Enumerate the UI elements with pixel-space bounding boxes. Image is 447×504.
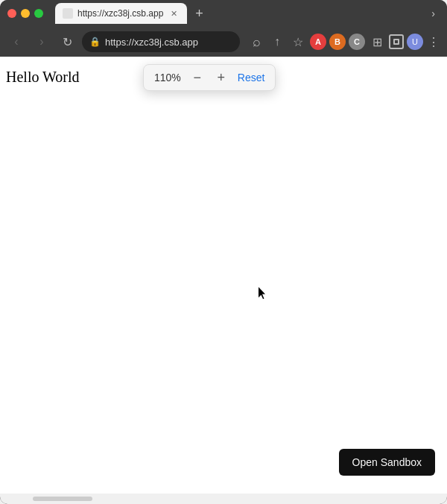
title-bar: https://xzc38j.csb.app ✕ + › [0, 0, 447, 27]
lock-icon: 🔒 [89, 37, 101, 47]
extension3-icon[interactable]: C [349, 34, 365, 50]
tab-title: https://xzc38j.csb.app [77, 8, 163, 19]
tab-bar: https://xzc38j.csb.app ✕ + › [55, 3, 440, 24]
back-button[interactable]: ‹ [6, 31, 27, 52]
horizontal-scrollbar[interactable] [33, 497, 92, 501]
active-tab[interactable]: https://xzc38j.csb.app ✕ [55, 3, 187, 24]
window-controls [7, 9, 43, 18]
puzzle-icon[interactable]: ⊞ [368, 33, 386, 51]
scrollbar-area [0, 494, 447, 504]
zoom-increase-button[interactable]: + [214, 70, 229, 86]
tab-chevron-button[interactable]: › [427, 7, 440, 19]
maximize-button[interactable] [34, 9, 43, 18]
tab-close-button[interactable]: ✕ [168, 7, 180, 19]
reload-button[interactable]: ↻ [57, 31, 77, 52]
share-icon[interactable]: ↑ [268, 33, 286, 51]
menu-button[interactable]: ⋮ [426, 35, 441, 49]
cast-icon[interactable] [389, 34, 404, 49]
close-button[interactable] [7, 9, 16, 18]
webpage-content: Hello World 110% − + Reset Open Sandbox [0, 57, 447, 494]
profile-icon[interactable]: U [407, 34, 423, 50]
zoom-percent-display: 110% [154, 72, 181, 84]
extension1-icon[interactable]: A [310, 34, 326, 50]
address-bar: ‹ › ↻ 🔒 https://xzc38j.csb.app ⌕ ↑ ☆ A B… [0, 27, 447, 57]
extension2-icon[interactable]: B [329, 34, 346, 50]
search-icon[interactable]: ⌕ [247, 33, 265, 51]
address-bar-input[interactable]: 🔒 https://xzc38j.csb.app [82, 31, 240, 52]
toolbar-icons: ⌕ ↑ ☆ A B C ⊞ U ⋮ [247, 33, 441, 51]
zoom-reset-button[interactable]: Reset [238, 72, 265, 84]
tab-extras: › [427, 7, 440, 19]
zoom-popup: 110% − + Reset [143, 64, 276, 91]
bookmark-icon[interactable]: ☆ [289, 33, 307, 51]
new-tab-button[interactable]: + [190, 4, 208, 22]
open-sandbox-button[interactable]: Open Sandbox [339, 449, 435, 476]
mouse-cursor [259, 287, 267, 300]
hello-world-text: Hello World [6, 69, 80, 86]
tab-favicon [63, 8, 73, 19]
forward-button[interactable]: › [31, 31, 52, 52]
zoom-decrease-button[interactable]: − [190, 70, 205, 86]
browser-window: https://xzc38j.csb.app ✕ + › ‹ › ↻ 🔒 htt… [0, 0, 447, 504]
minimize-button[interactable] [21, 9, 30, 18]
url-display: https://xzc38j.csb.app [105, 37, 198, 48]
